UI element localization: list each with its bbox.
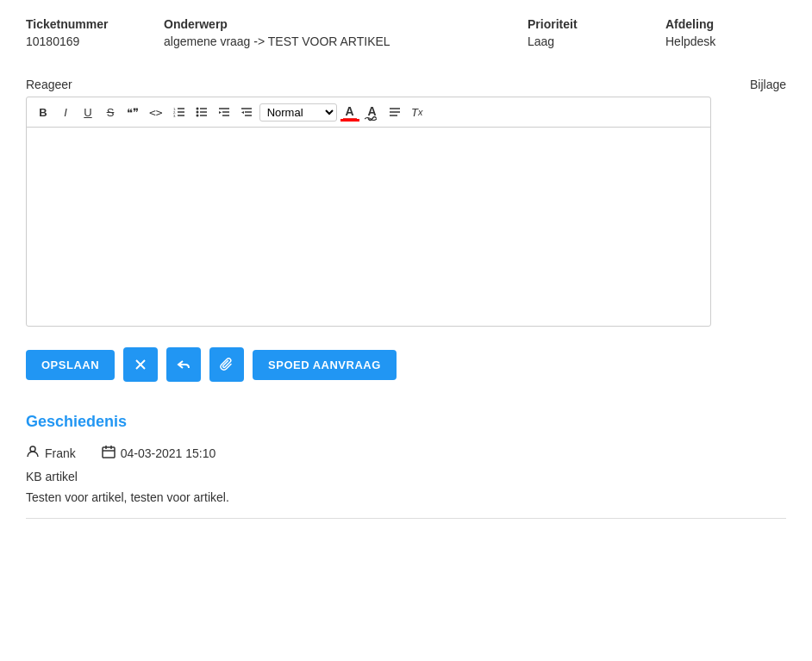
align-button[interactable] <box>385 103 404 122</box>
ordered-list-button[interactable]: 1. 2. 3. <box>170 103 189 122</box>
editor-toolbar: B I U S ❝❞ <> 1. 2. 3. <box>27 97 710 128</box>
action-buttons: OPSLAAN SPOED AANVRAAG <box>26 347 786 382</box>
history-author-name: Frank <box>45 446 76 460</box>
ticket-department-value: Helpdesk <box>665 34 786 48</box>
svg-point-25 <box>30 446 35 452</box>
history-title: Geschiedenis <box>26 413 786 431</box>
editor-body[interactable] <box>27 128 710 326</box>
code-button[interactable]: <> <box>146 103 166 122</box>
svg-rect-26 <box>103 447 115 458</box>
calendar-icon <box>102 445 116 461</box>
history-date-value: 04-03-2021 15:10 <box>121 446 216 460</box>
strikethrough-button[interactable]: S <box>101 103 120 122</box>
clear-format-button[interactable]: Tx <box>408 103 427 122</box>
history-author: Frank <box>26 445 76 461</box>
reply-button[interactable] <box>166 347 201 382</box>
svg-marker-15 <box>219 111 222 114</box>
ticket-subject-value: algemene vraag -> TEST VOOR ARTIKEL <box>164 34 528 48</box>
underline-button[interactable]: U <box>78 103 97 122</box>
section-labels: Reageer Bijlage <box>26 78 786 91</box>
indent-left-button[interactable] <box>215 103 234 122</box>
italic-button[interactable]: I <box>56 103 75 122</box>
bijlage-label: Bijlage <box>750 78 786 91</box>
history-meta: Frank 04-03-2021 15:10 <box>26 445 786 461</box>
bold-button[interactable]: B <box>34 103 53 122</box>
svg-point-10 <box>196 111 198 114</box>
history-content-title: KB artikel <box>26 470 786 483</box>
quote-button[interactable]: ❝❞ <box>123 103 142 122</box>
font-color-button[interactable]: A <box>340 103 359 122</box>
person-icon <box>26 445 40 461</box>
svg-point-9 <box>196 108 198 110</box>
history-content-body: Testen voor artikel, testen voor artikel… <box>26 490 786 504</box>
ticket-header: Ticketnummer 10180169 Onderwerp algemene… <box>26 17 786 57</box>
ticket-subject-label: Onderwerp <box>164 17 528 31</box>
ticket-priority-col: Prioriteit Laag <box>528 17 665 48</box>
ticket-department-label: Afdeling <box>665 17 786 31</box>
ticket-priority-label: Prioriteit <box>528 17 665 31</box>
attachment-button[interactable] <box>209 347 244 382</box>
history-date: 04-03-2021 15:10 <box>102 445 216 461</box>
editor-container: B I U S ❝❞ <> 1. 2. 3. <box>26 97 711 327</box>
spoed-button[interactable]: SPOED AANVRAAG <box>253 350 397 380</box>
ticket-priority-value: Laag <box>528 34 665 48</box>
history-divider <box>26 518 786 519</box>
ticket-number-value: 10180169 <box>26 34 164 48</box>
highlight-button[interactable]: A <box>363 103 382 122</box>
ticket-number-label: Ticketnummer <box>26 17 164 31</box>
indent-right-button[interactable] <box>237 103 256 122</box>
history-section: Geschiedenis Frank 04-03-2021 15:10 <box>26 413 786 519</box>
format-select[interactable]: Normal Heading 1 Heading 2 Heading 3 <box>259 103 337 122</box>
ticket-subject-col: Onderwerp algemene vraag -> TEST VOOR AR… <box>164 17 528 48</box>
opslaan-button[interactable]: OPSLAAN <box>26 350 115 380</box>
svg-point-11 <box>196 115 198 117</box>
svg-text:3.: 3. <box>173 114 176 118</box>
svg-marker-19 <box>241 111 244 114</box>
close-button[interactable] <box>123 347 158 382</box>
unordered-list-button[interactable] <box>192 103 211 122</box>
ticket-number-col: Ticketnummer 10180169 <box>26 17 164 48</box>
reageer-label: Reageer <box>26 78 72 91</box>
ticket-department-col: Afdeling Helpdesk <box>665 17 786 48</box>
